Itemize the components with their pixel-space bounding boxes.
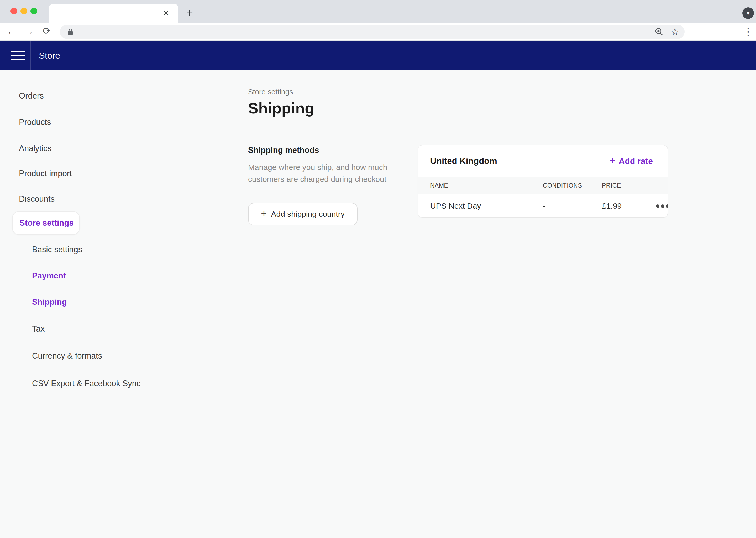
close-tab-icon[interactable]: ✕ bbox=[161, 8, 171, 19]
sidebar-item-basic-settings[interactable]: Basic settings bbox=[32, 244, 82, 255]
sidebar-item-discounts[interactable]: Discounts bbox=[19, 193, 55, 205]
sidebar-item-currency[interactable]: Currency & formats bbox=[32, 350, 102, 362]
add-shipping-country-button[interactable]: + Add shipping country bbox=[248, 203, 357, 225]
rates-table-header: NAME CONDITIONS PRICE bbox=[418, 177, 668, 194]
sidebar-item-csv-export[interactable]: CSV Export & Facebook Sync bbox=[32, 378, 141, 389]
address-bar-actions: ☆ bbox=[655, 25, 679, 39]
bookmark-star-icon[interactable]: ☆ bbox=[670, 25, 679, 39]
rate-conditions: - bbox=[543, 201, 602, 210]
zoom-icon[interactable] bbox=[655, 27, 664, 36]
sidebar: Orders Products Analytics Product import… bbox=[0, 70, 159, 538]
rate-row-menu-icon[interactable] bbox=[644, 204, 668, 208]
browser-menu-icon[interactable]: ⋮ bbox=[742, 23, 754, 40]
country-card-header: United Kingdom + Add rate bbox=[418, 145, 668, 177]
title-divider bbox=[248, 128, 668, 128]
plus-icon: + bbox=[261, 208, 267, 219]
plus-icon: + bbox=[609, 155, 616, 167]
column-header-conditions: CONDITIONS bbox=[543, 182, 602, 189]
lock-icon bbox=[67, 28, 74, 35]
sidebar-item-tax[interactable]: Tax bbox=[32, 323, 45, 335]
shipping-methods-description: Manage where you ship, and how much cust… bbox=[248, 161, 390, 185]
breadcrumb: Store settings bbox=[248, 88, 293, 96]
sidebar-item-orders[interactable]: Orders bbox=[19, 90, 44, 102]
column-header-name: NAME bbox=[430, 182, 543, 189]
window-minimize-button[interactable] bbox=[21, 8, 27, 15]
app-title: Store bbox=[39, 41, 60, 70]
add-shipping-country-label: Add shipping country bbox=[271, 210, 345, 219]
sidebar-item-products[interactable]: Products bbox=[19, 116, 51, 128]
sidebar-item-shipping[interactable]: Shipping bbox=[32, 296, 67, 308]
sidebar-item-store-settings[interactable]: Store settings bbox=[12, 211, 80, 235]
shipping-methods-heading: Shipping methods bbox=[248, 145, 319, 155]
browser-toolbar: ← → ⟳ ☆ ⋮ bbox=[0, 23, 756, 41]
address-bar[interactable]: ☆ bbox=[60, 25, 685, 39]
reload-icon[interactable]: ⟳ bbox=[39, 23, 55, 40]
navbar-divider bbox=[30, 41, 31, 70]
column-header-price: PRICE bbox=[602, 182, 644, 189]
add-rate-button[interactable]: + Add rate bbox=[609, 156, 653, 167]
window-close-button[interactable] bbox=[11, 8, 17, 15]
app-navbar: Store bbox=[0, 41, 756, 70]
sidebar-item-product-import[interactable]: Product import bbox=[19, 168, 72, 180]
new-tab-button[interactable]: + bbox=[183, 7, 196, 20]
browser-tabstrip: ✕ + ▼ bbox=[0, 0, 756, 23]
rate-price: £1.99 bbox=[602, 201, 644, 210]
country-name: United Kingdom bbox=[430, 156, 497, 166]
shipping-country-card: United Kingdom + Add rate NAME CONDITION… bbox=[418, 145, 668, 218]
add-rate-label: Add rate bbox=[619, 156, 653, 166]
window-zoom-button[interactable] bbox=[30, 8, 37, 15]
rate-name: UPS Next Day bbox=[430, 201, 543, 210]
forward-icon[interactable]: → bbox=[21, 23, 37, 40]
sidebar-item-analytics[interactable]: Analytics bbox=[19, 143, 51, 154]
sidebar-item-label: Store settings bbox=[20, 212, 74, 234]
rate-table-row: UPS Next Day - £1.99 bbox=[418, 194, 668, 218]
page-title: Shipping bbox=[248, 99, 314, 117]
hamburger-menu-icon[interactable] bbox=[11, 51, 25, 60]
sidebar-item-payment[interactable]: Payment bbox=[32, 270, 66, 282]
tab-search-dropdown-icon[interactable]: ▼ bbox=[742, 7, 754, 19]
browser-tab[interactable]: ✕ bbox=[49, 4, 178, 23]
back-icon[interactable]: ← bbox=[4, 23, 20, 40]
